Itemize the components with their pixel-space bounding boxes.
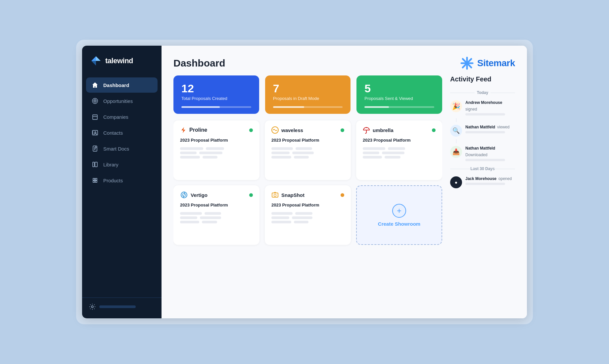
proposal-card-waveless[interactable]: waveless 2023 Proposal Platform (265, 120, 351, 180)
svg-marker-26 (181, 127, 185, 133)
proposal-header-snapshot: SnapShot (271, 191, 344, 199)
main-content-area: Dashboard Sitemark (162, 46, 527, 318)
waveless-logo-icon (271, 126, 279, 134)
create-showroom-card[interactable]: + Create Showroom (356, 185, 442, 245)
stat-card-total[interactable]: 12 Total Proposals Created (173, 75, 259, 114)
settings-icon[interactable] (89, 303, 96, 310)
activity-subline-3 (465, 159, 505, 161)
sidebar-item-opportunities[interactable]: Opportunities (86, 93, 158, 109)
proposal-title-vertigo: 2023 Proposal Platform (180, 203, 253, 207)
activity-feed-title: Activity Feed (450, 75, 515, 83)
stat-label-draft: Proposals in Draft Mode (273, 96, 343, 101)
vertigo-logo-icon (180, 191, 188, 199)
brand-row-waveless: waveless (271, 126, 303, 134)
stat-bar-sent (364, 106, 434, 108)
svg-point-21 (91, 306, 93, 308)
proposal-grid: Proline 2023 Proposal Platform (173, 120, 442, 245)
proposal-lines-waveless (271, 147, 344, 159)
brand-name-waveless: waveless (281, 127, 303, 133)
create-showroom-label: Create Showroom (378, 221, 420, 227)
stat-bar-draft (273, 106, 343, 108)
sidebar-item-library[interactable]: Library (86, 157, 158, 172)
activity-subline-1 (465, 113, 505, 115)
stat-label-total: Total Proposals Created (181, 96, 251, 101)
brand-row-umbrella: umbrella (363, 126, 394, 134)
activity-feed: Activity Feed Today 🎉 Andrew Morehouse s… (442, 75, 515, 310)
activity-avatar-2: 🔍 (450, 125, 462, 137)
proline-logo-icon (180, 126, 187, 134)
contacts-icon (91, 129, 99, 136)
brand-name-proline: Proline (189, 127, 207, 133)
activity-item-2: 🔍 Nathan Mattfeld viewed (450, 122, 515, 139)
activity-avatar-4: ● (450, 176, 462, 188)
stat-card-draft[interactable]: 7 Proposals in Draft Mode (265, 75, 351, 114)
proposal-card-proline[interactable]: Proline 2023 Proposal Platform (173, 120, 259, 180)
activity-action-1: signed (465, 107, 477, 112)
activity-name-row-1: Andrew Morehouse signed (465, 100, 515, 112)
activity-subline-4 (465, 183, 505, 185)
svg-marker-0 (91, 56, 96, 61)
brand-row-proline: Proline (180, 126, 207, 134)
snapshot-logo-icon (271, 191, 279, 199)
stat-number-total: 12 (181, 83, 251, 94)
svg-point-14 (95, 132, 96, 133)
stat-cards-row: 12 Total Proposals Created 7 Proposals i… (173, 75, 442, 114)
proposal-lines-umbrella (363, 147, 436, 159)
activity-connector-2 (456, 139, 456, 143)
proposal-header-waveless: waveless (271, 126, 344, 134)
main-header: Dashboard Sitemark (162, 46, 527, 75)
proposal-title-proline: 2023 Proposal Platform (180, 138, 253, 143)
sidebar-item-contacts[interactable]: Contacts (86, 125, 158, 140)
svg-point-32 (274, 194, 276, 197)
sidebar-item-companies[interactable]: Companies (86, 109, 158, 124)
home-icon (91, 81, 99, 89)
status-dot-umbrella (432, 128, 436, 132)
proposal-lines-snapshot (271, 212, 344, 223)
sidebar-item-dashboard[interactable]: Dashboard (86, 77, 158, 93)
activity-content-3: Nathan Mattfeld Downloaded (465, 146, 515, 161)
activity-avatar-1: 🎉 (450, 100, 462, 112)
settings-bar (99, 305, 136, 308)
brand-row-vertigo: Vertigo (180, 191, 208, 199)
activity-item-1: 🎉 Andrew Morehouse signed (450, 98, 515, 118)
activity-name-3: Nathan Mattfeld (465, 146, 495, 151)
proposal-card-snapshot[interactable]: SnapShot 2023 Proposal Platform (265, 185, 351, 245)
app-container: talewind Dashboard (82, 46, 527, 318)
activity-last30-label: Last 30 Days (450, 166, 515, 171)
activity-name-4: Jack Morehouse (465, 176, 496, 181)
activity-content-4: Jack Morehouse opened (465, 176, 515, 185)
status-dot-snapshot (341, 193, 344, 197)
stat-number-draft: 7 (273, 83, 343, 94)
svg-rect-19 (93, 162, 94, 167)
activity-item-3: 📥 Nathan Mattfeld Downloaded (450, 143, 515, 164)
page-title: Dashboard (173, 58, 225, 69)
create-plus-icon: + (392, 204, 406, 218)
sitemark-brand: Sitemark (460, 56, 515, 70)
activity-name-row-2: Nathan Mattfeld viewed (465, 125, 515, 129)
brand-name-umbrella: umbrella (373, 127, 394, 133)
svg-rect-6 (93, 115, 97, 119)
smart-docs-icon (91, 145, 99, 152)
stat-card-sent[interactable]: 5 Proposals Sent & Viewed (356, 75, 442, 114)
sidebar-item-products[interactable]: Products (86, 173, 158, 188)
umbrella-logo-icon (363, 126, 370, 134)
brand-name-snapshot: SnapShot (281, 192, 304, 198)
building-icon (91, 113, 99, 120)
proposal-lines-proline (180, 147, 253, 159)
sitemark-logo-icon (460, 56, 474, 70)
sidebar-bottom (82, 297, 162, 318)
sidebar-item-smart-docs[interactable]: Smart Docs (86, 141, 158, 156)
proposal-card-umbrella[interactable]: umbrella 2023 Proposal Platform (356, 120, 442, 180)
activity-subline-2 (465, 131, 505, 133)
activity-name-row-4: Jack Morehouse opened (465, 176, 515, 181)
activity-content-1: Andrew Morehouse signed (465, 100, 515, 115)
proposal-card-vertigo[interactable]: Vertigo 2023 Proposal Platform (173, 185, 259, 245)
status-dot-vertigo (249, 193, 253, 197)
talewind-logo-icon (90, 55, 102, 67)
svg-point-5 (95, 101, 95, 101)
proposal-header-proline: Proline (180, 126, 253, 134)
proposal-lines-vertigo (180, 212, 253, 223)
svg-rect-20 (95, 162, 97, 167)
stat-number-sent: 5 (364, 83, 434, 94)
activity-today-label: Today (450, 90, 515, 95)
